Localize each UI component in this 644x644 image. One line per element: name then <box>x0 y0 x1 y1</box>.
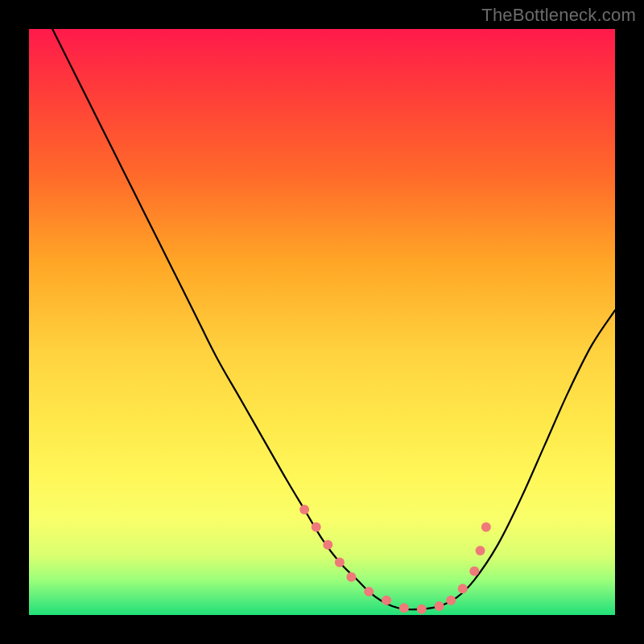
highlight-markers <box>299 505 491 614</box>
highlight-marker <box>346 572 356 582</box>
highlight-marker <box>335 557 345 567</box>
chart-frame: TheBottleneck.com <box>0 0 644 644</box>
highlight-marker <box>299 505 309 514</box>
highlight-marker <box>417 605 427 614</box>
highlight-marker <box>469 566 479 576</box>
highlight-marker <box>399 603 409 613</box>
highlight-marker <box>323 540 332 550</box>
highlight-marker <box>312 522 321 532</box>
highlight-marker <box>382 596 391 605</box>
bottleneck-curve <box>52 29 615 609</box>
chart-svg <box>29 29 615 615</box>
watermark-text: TheBottleneck.com <box>481 5 636 26</box>
highlight-marker <box>476 546 485 555</box>
highlight-marker <box>364 587 374 597</box>
chart-plot-area <box>29 29 615 615</box>
highlight-marker <box>481 522 491 532</box>
highlight-marker <box>435 601 444 611</box>
highlight-marker <box>446 596 456 605</box>
highlight-marker <box>458 584 468 593</box>
